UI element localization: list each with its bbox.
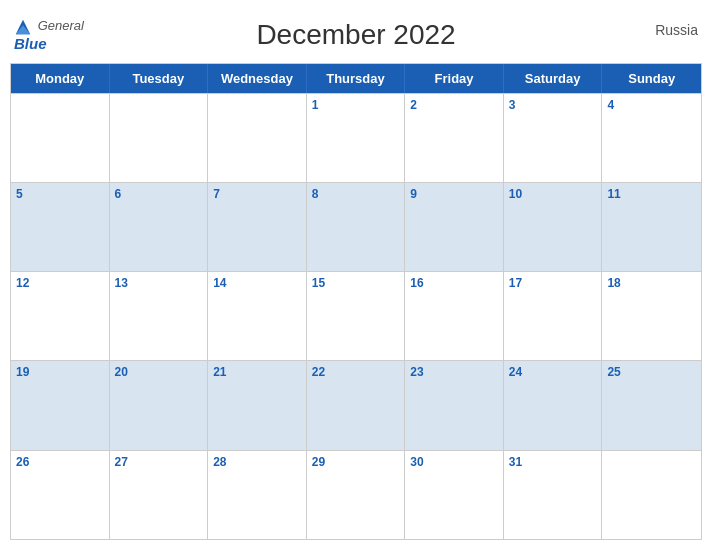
day-number: 12 [16,276,104,290]
day-cell [110,94,209,182]
day-cell: 28 [208,451,307,539]
day-number: 11 [607,187,696,201]
day-cell: 29 [307,451,406,539]
day-cell: 27 [110,451,209,539]
day-number: 13 [115,276,203,290]
day-cell: 26 [11,451,110,539]
day-number: 23 [410,365,498,379]
day-cell: 25 [602,361,701,449]
day-cell: 6 [110,183,209,271]
weeks-container: 1234567891011121314151617181920212223242… [11,93,701,540]
calendar-header: General Blue December 2022 Russia [10,10,702,57]
day-cell [602,451,701,539]
month-title: December 2022 [256,19,455,51]
day-number: 19 [16,365,104,379]
day-number: 16 [410,276,498,290]
day-cell [11,94,110,182]
day-cell: 18 [602,272,701,360]
day-cell: 21 [208,361,307,449]
country-label: Russia [655,22,698,38]
week-row-5: 262728293031 [11,450,701,539]
day-number: 18 [607,276,696,290]
day-cell: 10 [504,183,603,271]
day-cell: 9 [405,183,504,271]
day-number: 15 [312,276,400,290]
day-cell: 23 [405,361,504,449]
day-number: 7 [213,187,301,201]
day-header-monday: Monday [11,64,110,93]
day-number: 21 [213,365,301,379]
day-number: 29 [312,455,400,469]
day-cell: 15 [307,272,406,360]
day-number: 28 [213,455,301,469]
day-number: 3 [509,98,597,112]
day-header-saturday: Saturday [504,64,603,93]
day-number: 14 [213,276,301,290]
day-number: 2 [410,98,498,112]
day-number: 24 [509,365,597,379]
day-cell: 4 [602,94,701,182]
logo: General Blue [14,18,84,53]
day-number: 20 [115,365,203,379]
day-headers: MondayTuesdayWednesdayThursdayFridaySatu… [11,64,701,93]
day-cell: 19 [11,361,110,449]
calendar-grid: MondayTuesdayWednesdayThursdayFridaySatu… [10,63,702,541]
logo-general-text: General [14,18,84,36]
day-cell: 16 [405,272,504,360]
day-cell: 20 [110,361,209,449]
day-cell: 11 [602,183,701,271]
day-number: 31 [509,455,597,469]
day-number: 10 [509,187,597,201]
day-number: 27 [115,455,203,469]
calendar-container: General Blue December 2022 Russia Monday… [10,10,702,540]
day-cell: 13 [110,272,209,360]
day-cell: 22 [307,361,406,449]
day-cell: 8 [307,183,406,271]
week-row-1: 1234 [11,93,701,182]
logo-general-label: General [38,18,84,33]
day-cell: 17 [504,272,603,360]
day-number: 4 [607,98,696,112]
day-header-tuesday: Tuesday [110,64,209,93]
logo-blue-label: Blue [14,36,47,53]
day-number: 1 [312,98,400,112]
day-number: 5 [16,187,104,201]
day-cell: 5 [11,183,110,271]
week-row-3: 12131415161718 [11,271,701,360]
day-cell: 30 [405,451,504,539]
day-cell: 2 [405,94,504,182]
day-header-wednesday: Wednesday [208,64,307,93]
week-row-4: 19202122232425 [11,360,701,449]
day-number: 30 [410,455,498,469]
day-cell: 12 [11,272,110,360]
day-number: 22 [312,365,400,379]
day-header-friday: Friday [405,64,504,93]
day-cell: 31 [504,451,603,539]
svg-marker-1 [16,25,30,34]
day-header-thursday: Thursday [307,64,406,93]
day-cell: 3 [504,94,603,182]
day-cell [208,94,307,182]
day-cell: 7 [208,183,307,271]
day-number: 8 [312,187,400,201]
logo-icon [14,18,32,36]
day-number: 17 [509,276,597,290]
day-number: 25 [607,365,696,379]
day-number: 6 [115,187,203,201]
day-cell: 14 [208,272,307,360]
day-cell: 1 [307,94,406,182]
day-number: 26 [16,455,104,469]
week-row-2: 567891011 [11,182,701,271]
day-header-sunday: Sunday [602,64,701,93]
day-number: 9 [410,187,498,201]
day-cell: 24 [504,361,603,449]
